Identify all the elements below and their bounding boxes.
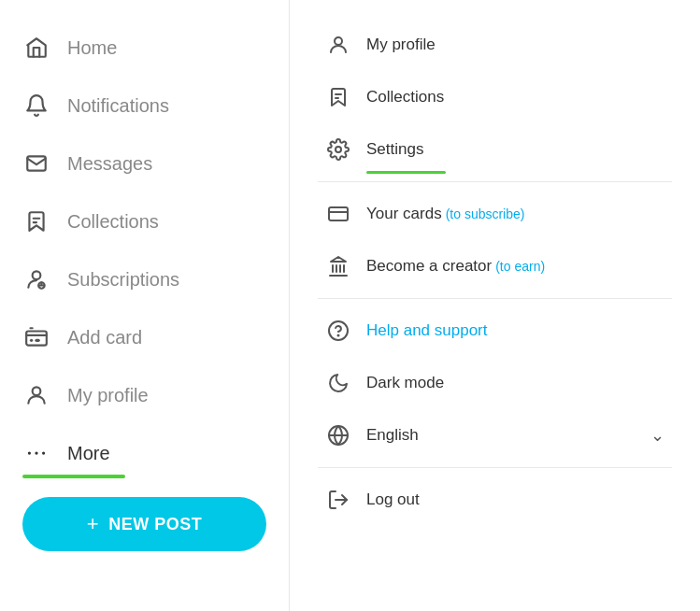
- new-post-button[interactable]: + NEW POST: [22, 497, 266, 551]
- right-item-english[interactable]: English ⌄: [318, 409, 672, 462]
- sidebar-label-messages: Messages: [67, 153, 152, 175]
- right-cards-icon: [325, 201, 351, 227]
- sidebar-label-more: More: [67, 443, 110, 464]
- svg-point-3: [33, 271, 41, 279]
- svg-point-14: [35, 451, 37, 454]
- right-profile-icon: [325, 32, 351, 58]
- sidebar-item-messages[interactable]: Messages: [0, 135, 289, 192]
- more-icon: [22, 439, 50, 467]
- right-label-log-out: Log out: [366, 490, 664, 509]
- right-item-help-support[interactable]: Help and support: [318, 305, 672, 357]
- sidebar: Home Notifications Messages Collections …: [0, 0, 290, 611]
- right-item-collections[interactable]: Collections: [318, 71, 672, 123]
- right-label-help-support: Help and support: [366, 321, 664, 340]
- svg-rect-7: [26, 332, 47, 346]
- right-help-icon: [325, 318, 351, 344]
- subscriptions-icon: [22, 265, 50, 293]
- more-active-indicator: [22, 475, 125, 478]
- right-collections-icon: [325, 84, 351, 110]
- right-label-become-creator: Become a creator(to earn): [366, 257, 664, 276]
- message-icon: [22, 149, 50, 178]
- svg-point-19: [336, 147, 341, 152]
- new-post-plus-icon: +: [87, 512, 99, 536]
- right-bank-icon: [325, 253, 351, 279]
- right-item-settings[interactable]: Settings: [318, 123, 672, 176]
- svg-point-12: [33, 387, 41, 395]
- divider-2: [318, 298, 672, 299]
- right-item-become-creator[interactable]: Become a creator(to earn): [318, 240, 672, 292]
- add-card-icon: [22, 323, 50, 351]
- svg-point-15: [42, 451, 45, 454]
- sidebar-item-my-profile[interactable]: My profile: [0, 366, 289, 424]
- right-item-your-cards[interactable]: Your cards(to subscribe): [318, 188, 672, 240]
- right-label-collections: Collections: [366, 88, 664, 107]
- right-moon-icon: [325, 370, 351, 396]
- svg-marker-27: [331, 257, 346, 262]
- right-globe-icon: [325, 422, 351, 448]
- right-label-dark-mode: Dark mode: [366, 374, 664, 392]
- sidebar-label-home: Home: [67, 37, 117, 59]
- svg-point-13: [28, 451, 31, 454]
- sidebar-label-notifications: Notifications: [67, 95, 169, 117]
- sidebar-item-add-card[interactable]: Add card: [0, 308, 289, 366]
- right-item-my-profile[interactable]: My profile: [318, 19, 672, 71]
- divider-1: [318, 181, 672, 182]
- right-item-dark-mode[interactable]: Dark mode: [318, 357, 672, 409]
- sidebar-item-more[interactable]: More: [0, 424, 289, 482]
- sidebar-item-home[interactable]: Home: [0, 19, 289, 77]
- collections-icon: [22, 207, 50, 235]
- home-icon: [22, 34, 50, 62]
- right-label-your-cards: Your cards(to subscribe): [366, 205, 664, 223]
- sidebar-label-my-profile: My profile: [67, 385, 149, 406]
- sidebar-item-subscriptions[interactable]: Subscriptions: [0, 250, 289, 308]
- right-label-english: English: [366, 426, 636, 445]
- sidebar-label-add-card: Add card: [67, 327, 142, 348]
- new-post-label: NEW POST: [108, 515, 202, 534]
- right-label-my-profile: My profile: [366, 36, 664, 54]
- divider-3: [318, 467, 672, 468]
- svg-rect-20: [329, 207, 348, 220]
- right-logout-icon: [325, 487, 351, 513]
- right-item-log-out[interactable]: Log out: [318, 474, 672, 526]
- bell-icon: [22, 92, 50, 120]
- right-settings-icon: [325, 136, 351, 163]
- right-label-settings: Settings: [366, 140, 664, 159]
- sidebar-label-subscriptions: Subscriptions: [67, 269, 179, 291]
- settings-active-indicator: [366, 171, 446, 174]
- profile-icon: [22, 381, 50, 409]
- sidebar-item-collections[interactable]: Collections: [0, 192, 289, 250]
- english-chevron-icon: ⌄: [650, 425, 664, 446]
- sidebar-item-notifications[interactable]: Notifications: [0, 77, 289, 135]
- right-panel: My profile Collections Settings Your car…: [290, 0, 700, 611]
- svg-point-16: [335, 37, 342, 45]
- sidebar-label-collections: Collections: [67, 211, 159, 233]
